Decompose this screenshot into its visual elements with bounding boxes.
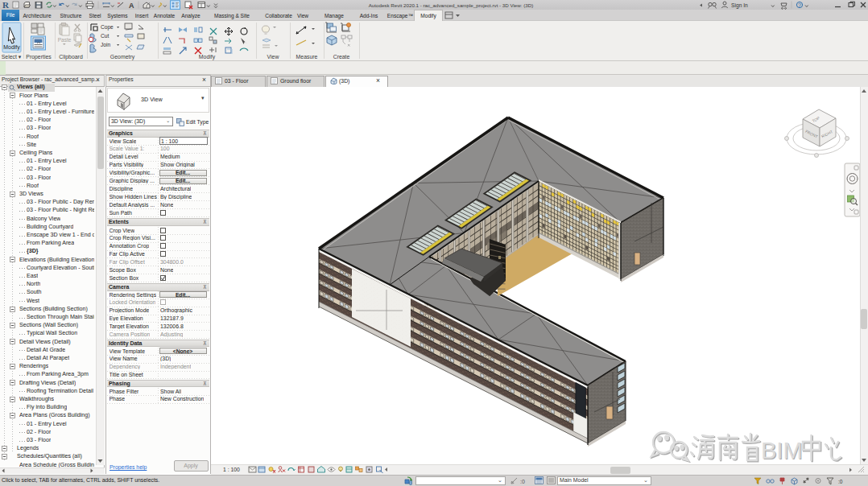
svg-text::0: :0 [520,479,525,484]
svg-text:BIM: BIM [761,438,803,463]
svg-text::0: :0 [838,479,843,484]
